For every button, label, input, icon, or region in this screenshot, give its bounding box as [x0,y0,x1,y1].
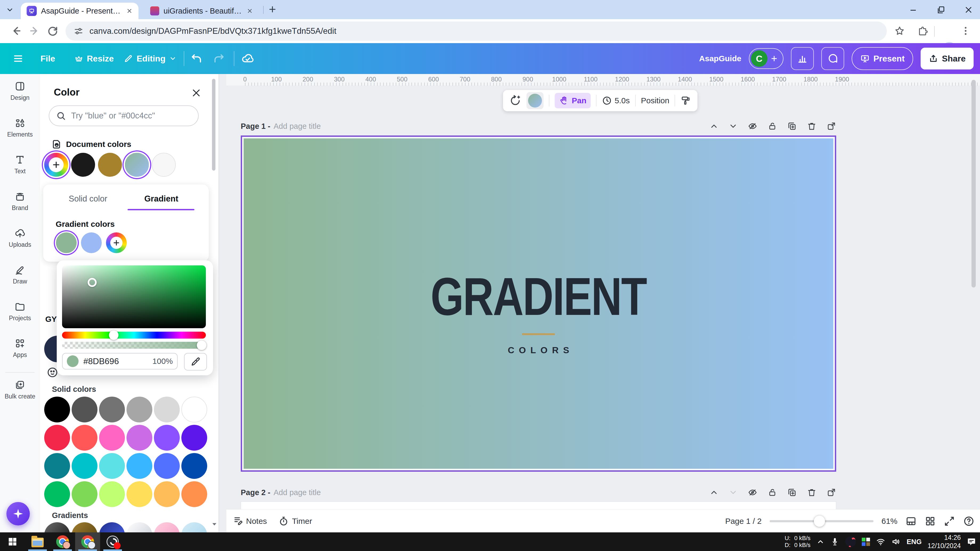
redo-button[interactable] [213,43,225,74]
add-page-icon[interactable] [827,487,836,497]
solid-color-swatch[interactable] [181,397,207,422]
file-explorer-button[interactable] [25,532,50,551]
sidebar-item-bulk-create[interactable]: Bulk create [0,373,40,410]
present-button[interactable]: Present [852,47,913,70]
opacity-slider[interactable] [62,342,206,349]
document-color-swatch[interactable] [125,153,149,177]
language-indicator[interactable]: ENG [907,538,922,546]
lock-page-icon[interactable] [767,121,777,131]
zoom-slider-thumb[interactable] [814,516,825,527]
site-settings-icon[interactable] [73,26,84,36]
display-utility-icon[interactable] [862,538,870,546]
gradient-style-swatch[interactable] [126,522,152,532]
solid-color-swatch[interactable] [44,453,70,479]
solid-color-swatch[interactable] [181,425,207,451]
new-tab-button[interactable] [268,5,277,14]
lock-page-icon[interactable] [767,487,777,497]
volume-icon[interactable] [891,537,901,546]
solid-color-swatch[interactable] [72,453,97,479]
solid-color-swatch[interactable] [44,481,70,507]
panel-scrollbar[interactable] [212,79,215,171]
position-button[interactable]: Position [641,96,670,105]
hue-slider[interactable] [62,332,206,338]
gradient-style-swatch[interactable] [99,522,125,532]
slide-subtitle[interactable]: COLORS [242,345,835,355]
animate-icon[interactable] [509,95,521,106]
solid-color-swatch[interactable] [99,481,125,507]
solid-color-swatch[interactable] [126,453,152,479]
extensions-icon[interactable] [918,25,928,36]
tab-search-chevron-icon[interactable] [6,6,14,14]
copy-style-icon[interactable] [680,95,691,106]
help-icon[interactable] [963,515,975,527]
move-page-up-icon[interactable] [710,488,719,497]
add-document-color-button[interactable] [44,153,68,177]
page-title-placeholder[interactable]: Add page title [274,488,321,497]
microphone-icon[interactable] [830,537,839,546]
canva-assistant-button[interactable] [6,502,30,526]
hidden-icons-chevron-icon[interactable] [816,538,824,546]
move-page-down-icon[interactable] [729,122,738,131]
move-page-up-icon[interactable] [710,122,719,131]
solid-color-swatch[interactable] [126,397,152,422]
window-restore-button[interactable] [936,5,945,14]
add-gradient-stop-button[interactable] [106,232,127,253]
reload-icon[interactable] [47,25,59,37]
resize-menu[interactable]: Resize [75,43,114,74]
zoom-level[interactable]: 61% [881,517,897,526]
solid-color-swatch[interactable] [154,397,180,422]
slide-title[interactable]: GRADIENT [301,270,776,323]
solid-color-swatch[interactable] [72,481,97,507]
canvas-scrollbar[interactable] [972,80,976,287]
solid-color-swatch[interactable] [154,453,180,479]
start-button[interactable] [0,532,25,551]
solid-color-swatch[interactable] [44,425,70,451]
thumbnail-view-icon[interactable] [905,516,916,527]
clock[interactable]: 14:26 12/10/2024 [928,534,961,550]
slide-page-2-partial[interactable] [241,502,836,509]
sidebar-item-draw[interactable]: Draw [0,258,40,294]
forward-icon[interactable] [29,25,40,37]
solid-color-swatch[interactable] [99,397,125,422]
back-icon[interactable] [10,25,22,37]
sidebar-item-uploads[interactable]: Uploads [0,221,40,258]
color-search[interactable] [49,105,199,126]
sidebar-item-text[interactable]: Text [0,148,40,184]
zoom-slider[interactable] [770,520,873,522]
file-menu[interactable]: File [40,43,55,74]
solid-color-swatch[interactable] [154,425,180,451]
document-color-swatch[interactable] [152,153,176,177]
add-page-icon[interactable] [827,121,836,131]
solid-color-swatch[interactable] [126,481,152,507]
fill-color-swatch[interactable] [527,92,544,109]
design-title[interactable]: AsapGuide [699,54,741,63]
notes-button[interactable]: Notes [233,516,267,526]
undo-button[interactable] [191,43,202,74]
sidebar-item-brand[interactable]: Brand [0,184,40,221]
comments-button[interactable] [821,47,844,70]
hex-value[interactable]: #8DB696 [83,356,148,366]
tab-gradient[interactable]: Gradient [144,194,178,204]
duplicate-page-icon[interactable] [787,487,797,497]
page-title-placeholder[interactable]: Add page title [274,122,321,131]
sv-cursor[interactable] [88,278,97,287]
scroll-down-icon[interactable] [210,520,218,528]
obs-button[interactable] [100,532,125,551]
solid-color-swatch[interactable] [72,397,97,422]
fullscreen-icon[interactable] [944,516,955,527]
chrome-window-2-button[interactable] [75,532,100,551]
editing-mode-menu[interactable]: Editing [124,43,177,74]
slide-divider[interactable] [522,333,555,335]
sidebar-item-elements[interactable]: Elements [0,111,40,148]
gradient-style-swatch[interactable] [44,522,70,532]
slide-page-1[interactable]: GRADIENT COLORS [241,135,836,472]
bookmark-star-icon[interactable] [894,25,905,36]
browser-tab-inactive[interactable]: uiGradients - Beautiful colored [144,3,259,19]
solid-color-swatch[interactable] [154,481,180,507]
solid-color-swatch[interactable] [99,425,125,451]
document-color-swatch[interactable] [98,153,122,177]
solid-color-swatch[interactable] [181,481,207,507]
tab-close-icon[interactable] [247,8,253,14]
gradient-style-swatch[interactable] [181,522,207,532]
solid-color-swatch[interactable] [44,397,70,422]
